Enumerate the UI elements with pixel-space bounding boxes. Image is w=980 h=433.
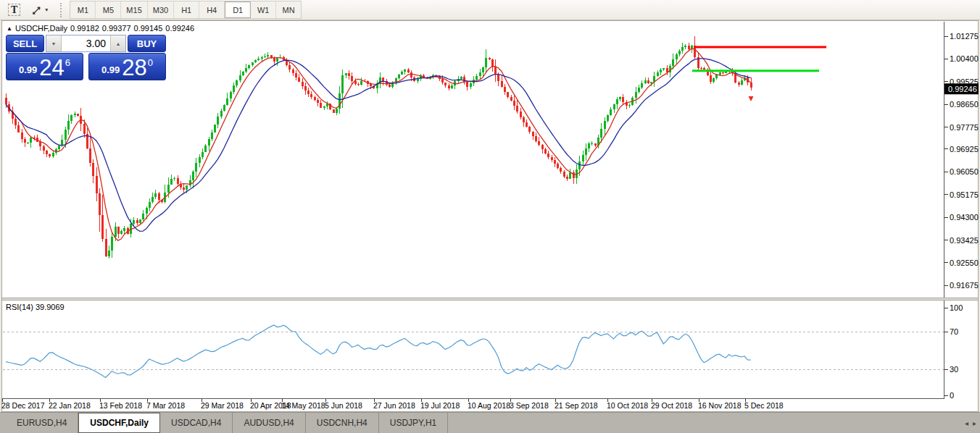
volume-increase-button[interactable]: ▲ [110,35,125,51]
date-axis-label: 13 Feb 2018 [99,401,142,410]
chart-tab-eurusd-h4[interactable]: EURUSD,H4 [6,413,78,433]
ohlc-low: 0.99145 [134,24,163,33]
rsi-axis: 10070300 [3,303,963,400]
sell-price-prefix: 0.99 [19,64,37,75]
rsi-axis-label: 70 [950,327,958,336]
sell-price-button[interactable]: 0.99 24 6 [6,53,83,80]
price-axis-label: 0.98650 [950,100,979,109]
rsi-axis-label: 100 [950,303,963,312]
buy-price-big-digits: 28 [122,59,146,77]
price-axis-label: 0.94300 [950,213,979,222]
tab-scroll-right-icon[interactable]: ▸ [973,419,976,427]
timeframe-toolbar: M1M5M15M30H1H4D1W1MN [70,1,302,19]
volume-input[interactable]: 3.00 [62,35,110,51]
price-axis-label: 0.96925 [950,145,979,154]
text-tool-icon: T [8,4,20,16]
sell-price-big-digits: 24 [39,59,64,77]
date-axis-label: 28 Dec 2017 [1,401,45,410]
top-toolbar: T ▾ M1M5M15M30H1H4D1W1MN [0,0,980,20]
timeframe-button-m30[interactable]: M30 [148,1,174,18]
text-tool-button[interactable]: T [3,2,25,18]
date-axis-label: 5 Jun 2018 [325,401,362,410]
date-axis-label: 27 Jun 2018 [373,401,415,410]
timeframe-button-mn[interactable]: MN [276,1,301,18]
rsi-line [6,325,751,377]
tab-scroll-buttons: ◂ ▸ [965,413,976,433]
date-axis-label: 16 Nov 2018 [698,401,742,410]
price-axis-label: 0.97775 [950,123,979,132]
current-price-badge: 0.99246 [944,83,979,94]
ohlc-open: 0.99182 [70,24,99,33]
volume-spinner: ▼ 3.00 ▲ [46,35,126,52]
date-axis-label: 29 Mar 2018 [201,401,244,410]
date-axis-label: 7 Mar 2018 [146,401,185,410]
buy-price-button[interactable]: 0.99 28 0 [88,53,166,80]
date-axis-label: 19 Jul 2018 [420,401,460,410]
diagonal-arrows-icon [32,5,43,15]
date-axis-label: 14 May 2018 [281,401,325,410]
ohlc-close: 0.99246 [165,24,194,33]
price-axis-label: 0.93425 [950,236,979,245]
date-axis-label: 10 Oct 2018 [607,401,648,410]
timeframe-button-h4[interactable]: H4 [199,1,225,18]
price-axis-label: 1.00400 [950,54,979,63]
svg-text:0.99246: 0.99246 [948,85,977,93]
price-axis-label: 0.92550 [950,258,979,267]
price-axis: 1.012751.004000.995250.986500.977750.969… [944,32,979,290]
symbol-period-label: USDCHF,Daily [15,24,67,33]
price-axis-label: 0.95175 [950,190,979,199]
collapse-icon[interactable]: ▲ [7,25,12,32]
date-axis-label: 3 Sep 2018 [510,401,549,410]
rsi-axis-label: 30 [950,365,958,374]
price-axis-label: 0.96050 [950,167,979,176]
rsi-axis-label: 0 [950,391,954,400]
date-axis-label: 5 Dec 2018 [744,401,784,410]
one-click-trading-panel: SELL ▼ 3.00 ▲ BUY 0.99 24 6 0.99 28 0 [6,35,166,80]
dropdown-caret-icon: ▾ [45,7,48,13]
chart-tab-audusd-h4[interactable]: AUDUSD,H4 [233,413,305,433]
timeframe-button-m5[interactable]: M5 [96,1,121,18]
sell-button[interactable]: SELL [6,35,44,52]
chart-tab-usdcnh-h4[interactable]: USDCNH,H4 [306,413,379,433]
price-axis-label: 0.91675 [950,281,979,290]
ohlc-high: 0.99377 [102,24,131,33]
timeframe-button-w1[interactable]: W1 [251,1,276,18]
rsi-indicator-label: RSI(14) 39.9069 [6,303,65,311]
date-axis-label: 29 Oct 2018 [651,401,692,410]
buy-button[interactable]: BUY [128,35,166,52]
timeframe-button-m15[interactable]: M15 [121,1,147,18]
volume-decrease-button[interactable]: ▼ [46,35,62,51]
toolbar-grip[interactable] [60,3,65,17]
buy-price-prefix: 0.99 [101,64,120,75]
chart-tab-usdcad-h4[interactable]: USDCAD,H4 [160,413,233,433]
sell-price-pip-digit: 6 [65,57,70,68]
arrows-tool-button[interactable]: ▾ [27,2,53,18]
timeframe-button-h1[interactable]: H1 [174,1,199,18]
buy-price-pip-digit: 0 [148,57,153,68]
chart-header: ▲ USDCHF,Daily 0.99182 0.99377 0.99145 0… [7,24,194,33]
date-axis: 28 Dec 201722 Jan 201813 Feb 20187 Mar 2… [1,399,784,411]
mt4-terminal: T ▾ M1M5M15M30H1H4D1W1MN 1.012751.004000… [0,0,980,433]
sell-arrow-marker [749,96,754,101]
timeframe-button-d1[interactable]: D1 [225,1,251,18]
chart-tab-usdchf-daily[interactable]: USDCHF,Daily [78,413,160,433]
chart-tab-usdjpy-h1[interactable]: USDJPY,H1 [379,413,448,433]
date-axis-label: 21 Sep 2018 [555,401,598,410]
chart-tab-bar: EURUSD,H4USDCHF,DailyUSDCAD,H4AUDUSD,H4U… [0,412,980,433]
timeframe-button-m1[interactable]: M1 [70,1,96,18]
price-axis-label: 1.01275 [950,32,979,41]
date-axis-label: 10 Aug 2018 [468,401,510,410]
date-axis-label: 22 Jan 2018 [49,401,91,410]
tab-scroll-left-icon[interactable]: ◂ [965,419,968,427]
